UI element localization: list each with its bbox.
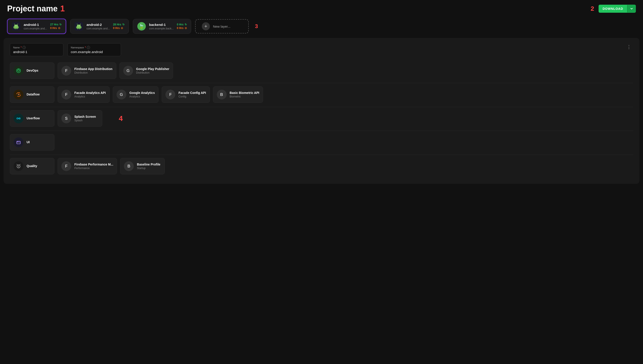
project-name-text: Project name (7, 4, 58, 14)
plugin-devops[interactable]: DevOps (10, 62, 55, 79)
plugin-dataflow[interactable]: Dataflow (10, 86, 55, 103)
section-analytics: Dataflow F Facade Analytics API Analytic… (10, 86, 633, 103)
name-field[interactable]: Name * i android-1 (10, 43, 63, 56)
google-play-sub: Distribution (136, 71, 169, 74)
header-right: 2 DOWNLOAD (590, 5, 636, 13)
google-analytics-info: Google Analytics Analytics (130, 91, 155, 98)
download-button[interactable]: DOWNLOAD (598, 5, 636, 13)
plugin-baseline-profile[interactable]: B Baseline Profile Startup (120, 158, 165, 174)
divider-1 (10, 83, 633, 83)
google-analytics-name: Google Analytics (130, 91, 155, 94)
namespace-field[interactable]: Namespace * i com.example.android (67, 43, 121, 56)
name-info-icon[interactable]: i (23, 46, 26, 49)
firebase-perf-info: Firebase Performance M... Performance (74, 162, 113, 170)
google-analytics-sub: Analytics (130, 95, 155, 98)
android-2-stat2: 0 Hrs ⊙ (113, 26, 125, 30)
svg-point-14 (18, 142, 18, 142)
facade-analytics-icon: F (61, 90, 71, 100)
plugin-google-analytics[interactable]: G Google Analytics Analytics (113, 86, 159, 103)
ui-icon (14, 138, 24, 147)
firebase-dist-name: Firebase App Distribution (74, 67, 113, 71)
devops-info: DevOps (27, 69, 38, 73)
android-1-stat1: 27 Hrs ↻ (50, 23, 62, 26)
layer-card-android-2[interactable]: android-2 com.example.and... 28 Hrs ↻ 0 … (70, 19, 129, 34)
google-play-info: Google Play Publisher Distribution (136, 67, 169, 74)
namespace-value: com.example.android (71, 50, 118, 54)
plugin-basic-biometric[interactable]: B Basic Biometric API Biometric (213, 86, 263, 103)
name-value: android-1 (13, 50, 60, 54)
badge-4: 4 (105, 111, 136, 126)
svg-point-2 (17, 26, 18, 26)
plugin-splash-screen[interactable]: S Splash Screen Splash (58, 110, 102, 127)
section-splash: Userflow S Splash Screen Splash 4 (10, 110, 633, 127)
layers-row: android-1 com.example.and... 27 Hrs ↻ 0 … (0, 16, 643, 38)
badge-2: 2 (590, 5, 594, 12)
backend-1-icon: 🍃 (137, 22, 146, 31)
devops-icon (14, 66, 24, 76)
userflow-icon (14, 114, 24, 123)
google-analytics-icon: G (117, 90, 126, 100)
section-distribution: DevOps F Firebase App Distribution Distr… (10, 62, 633, 79)
android-1-stat2: 0 Hrs ⊙ (50, 26, 62, 30)
divider-3 (10, 131, 633, 131)
plugin-quality[interactable]: Quality (10, 158, 55, 174)
namespace-required: * (85, 46, 86, 49)
dataflow-name: Dataflow (27, 92, 40, 96)
backend-1-name: backend-1 (149, 23, 174, 26)
dataflow-icon (14, 90, 24, 100)
facade-analytics-sub: Analytics (74, 95, 106, 98)
ui-info: UI (27, 140, 30, 144)
plugin-facade-analytics[interactable]: F Facade Analytics API Analytics (58, 86, 110, 103)
divider-2 (10, 107, 633, 107)
android-1-icon (12, 22, 21, 31)
spring-leaf-icon: 🍃 (137, 22, 146, 30)
devops-name: DevOps (27, 69, 38, 72)
badge-1: 1 (60, 4, 65, 14)
plugin-ui[interactable]: UI (10, 134, 55, 150)
svg-point-7 (18, 70, 20, 72)
distribution-grid: DevOps F Firebase App Distribution Distr… (10, 62, 633, 79)
section-ui: UI (10, 134, 633, 150)
download-chevron-icon[interactable] (627, 5, 636, 12)
plugin-firebase-perf[interactable]: F Firebase Performance M... Performance (58, 158, 117, 174)
firebase-dist-info: Firebase App Distribution Distribution (74, 67, 113, 74)
baseline-profile-name: Baseline Profile (137, 162, 160, 166)
ui-grid: UI (10, 134, 633, 150)
facade-analytics-info: Facade Analytics API Analytics (74, 91, 106, 98)
firebase-dist-icon: F (61, 66, 71, 76)
dataflow-info: Dataflow (27, 92, 40, 96)
layer-card-backend-1[interactable]: 🍃 backend-1 com.example.back... 0 Hrs ↻ … (133, 19, 191, 34)
quality-grid: Quality F Firebase Performance M... Perf… (10, 158, 633, 174)
userflow-name: Userflow (27, 116, 40, 120)
namespace-info-icon[interactable]: i (87, 46, 90, 49)
svg-point-10 (17, 118, 18, 119)
android-2-info: android-2 com.example.and... (86, 23, 110, 30)
splash-screen-sub: Splash (74, 119, 96, 122)
plugin-facade-config[interactable]: F Facade Config API Config (162, 86, 210, 103)
download-label: DOWNLOAD (598, 5, 627, 13)
android-1-stats: 27 Hrs ↻ 0 Hrs ⊙ (50, 23, 62, 30)
android-1-pkg: com.example.and... (24, 27, 47, 30)
backend-1-stat2: 0 Hrs ⊙ (177, 26, 187, 30)
plugin-google-play[interactable]: G Google Play Publisher Distribution (119, 62, 173, 79)
facade-analytics-name: Facade Analytics API (74, 91, 106, 94)
firebase-dist-sub: Distribution (74, 71, 113, 74)
baseline-profile-info: Baseline Profile Startup (137, 162, 160, 170)
more-menu-button[interactable]: ⋮ (625, 43, 633, 51)
quality-name: Quality (27, 164, 37, 168)
firebase-perf-icon: F (61, 161, 71, 171)
backend-1-pkg: com.example.back... (149, 27, 174, 30)
firebase-perf-sub: Performance (74, 166, 113, 170)
name-label: Name (13, 46, 20, 49)
basic-biometric-icon: B (217, 90, 227, 100)
google-play-icon: G (123, 66, 133, 76)
svg-point-16 (18, 165, 19, 166)
new-layer-card[interactable]: + New layer... (195, 19, 249, 34)
basic-biometric-sub: Biometric (230, 95, 259, 98)
plus-icon: + (202, 22, 210, 30)
plugin-userflow[interactable]: Userflow (10, 110, 55, 127)
plugin-firebase-dist[interactable]: F Firebase App Distribution Distribution (58, 62, 116, 79)
layer-card-android-1[interactable]: android-1 com.example.and... 27 Hrs ↻ 0 … (7, 19, 66, 34)
basic-biometric-name: Basic Biometric API (230, 91, 259, 94)
svg-point-1 (15, 26, 16, 26)
